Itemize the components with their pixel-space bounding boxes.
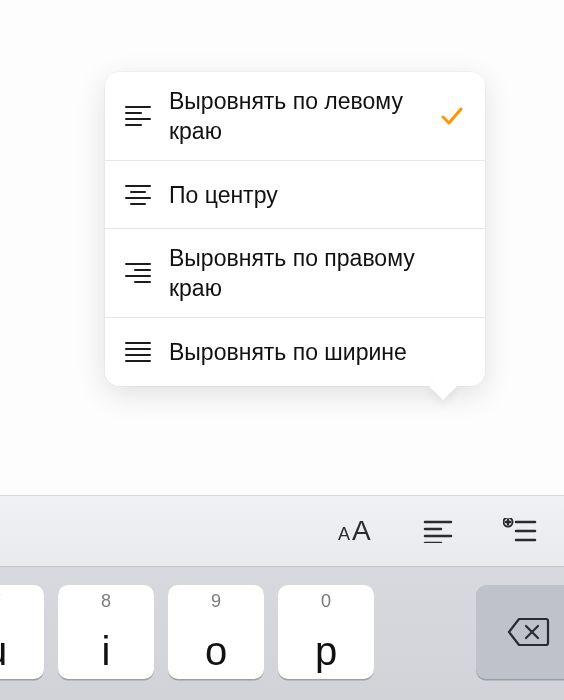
alignment-popover: Выровнять по левому краю По центру: [105, 72, 485, 386]
key-hint: 7: [0, 591, 1, 612]
key-main: o: [205, 631, 227, 671]
list-indent-icon: [503, 518, 537, 544]
align-left-icon: [423, 519, 453, 543]
alignment-popover-inner: Выровнять по левому краю По центру: [105, 72, 485, 386]
menu-item-align-justify[interactable]: Выровнять по ширине: [105, 318, 485, 386]
key-main: u: [0, 631, 7, 671]
key-o[interactable]: 9 o: [168, 585, 264, 679]
menu-item-label: Выровнять по ширине: [169, 337, 467, 367]
menu-item-label: Выровнять по правому краю: [169, 243, 467, 303]
key-hint: 8: [101, 591, 111, 612]
svg-text:A: A: [338, 524, 350, 544]
align-right-icon: [123, 258, 153, 288]
key-backspace[interactable]: [476, 585, 564, 679]
key-u[interactable]: 7 u: [0, 585, 44, 679]
font-size-button[interactable]: A A: [330, 505, 382, 557]
keyboard-row: 7 u 8 i 9 o 0 p: [0, 567, 564, 700]
align-left-icon: [123, 101, 153, 131]
format-toolbar: A A: [0, 495, 564, 567]
key-main: i: [102, 631, 111, 671]
svg-text:A: A: [352, 516, 371, 546]
list-indent-button[interactable]: [494, 505, 546, 557]
key-hint: 0: [321, 591, 331, 612]
menu-item-align-center[interactable]: По центру: [105, 161, 485, 229]
menu-item-label: По центру: [169, 180, 467, 210]
key-p[interactable]: 0 p: [278, 585, 374, 679]
align-center-icon: [123, 180, 153, 210]
menu-item-align-right[interactable]: Выровнять по правому краю: [105, 229, 485, 318]
align-button[interactable]: [412, 505, 464, 557]
key-i[interactable]: 8 i: [58, 585, 154, 679]
align-justify-icon: [123, 337, 153, 367]
menu-item-align-left[interactable]: Выровнять по левому краю: [105, 72, 485, 161]
checkmark-icon: [437, 103, 467, 129]
key-main: p: [315, 631, 337, 671]
menu-item-label: Выровнять по левому краю: [169, 86, 437, 146]
backspace-icon: [506, 616, 550, 648]
key-hint: 9: [211, 591, 221, 612]
font-size-icon: A A: [336, 516, 376, 546]
